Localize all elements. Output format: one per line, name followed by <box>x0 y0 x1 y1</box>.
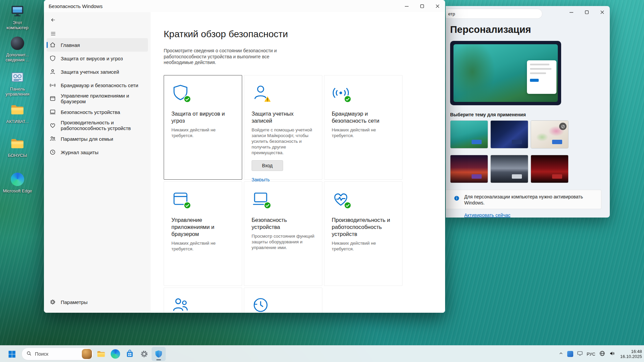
close-button[interactable] <box>430 0 445 12</box>
sidebar-item-virus-protection[interactable]: Защита от вирусов и угроз <box>47 52 148 65</box>
theme-thumbnail-6[interactable] <box>531 155 569 183</box>
history-icon <box>49 149 56 156</box>
desktop-icon-label: БОНУСЫ <box>8 153 27 158</box>
settings-search-input[interactable]: етр <box>446 9 542 19</box>
tray-date: 16.10.2025 <box>620 354 642 359</box>
theme-thumbnail-2[interactable] <box>490 120 528 148</box>
card-app-browser-control[interactable]: Управление приложениями и браузером Ника… <box>164 181 242 286</box>
card-virus-threat-protection[interactable]: Защита от вирусов и угроз Никаких действ… <box>164 75 242 180</box>
clock[interactable]: 16:48 16.10.2025 <box>620 349 642 359</box>
security-window-controls <box>399 0 445 12</box>
sidebar-item-settings[interactable]: Параметры <box>47 295 148 309</box>
activate-now-link[interactable]: Активировать сейчас <box>464 213 511 218</box>
theme-thumbnail-1[interactable] <box>450 120 488 148</box>
settings-window-controls <box>564 6 610 18</box>
sign-in-button[interactable]: Вход <box>252 160 283 171</box>
desktop: Этот компьютер Дополнит... сведения ... … <box>0 0 644 362</box>
card-device-security[interactable]: Безопасность устройства Просмотр состоян… <box>244 181 322 286</box>
person-icon <box>49 68 56 75</box>
activation-info-text: Для персонализации компьютера нужно акти… <box>464 194 592 206</box>
close-button[interactable] <box>594 6 610 18</box>
card-description: Просмотр состояния функций защиты оборуд… <box>252 233 315 250</box>
sidebar-item-firewall[interactable]: Брандмауэр и безопасность сети <box>47 78 148 92</box>
volume-icon[interactable] <box>609 350 615 358</box>
network-icon[interactable] <box>599 350 605 358</box>
card-description: Никаких действий не требуется. <box>332 127 395 138</box>
card-firewall-network[interactable]: Брандмауэр и безопасность сети Никаких д… <box>324 75 402 180</box>
titlebar[interactable]: Безопасность Windows <box>44 0 445 12</box>
maximize-button[interactable] <box>414 0 430 12</box>
person-icon <box>252 83 270 102</box>
page-subtitle: Просмотрите сведения о состоянии безопас… <box>164 48 295 66</box>
system-tray: РУС 16:48 16.10.2025 <box>558 346 642 362</box>
theme-thumbnail-4[interactable] <box>450 155 488 183</box>
tray-app-icon-2[interactable] <box>577 350 583 358</box>
folder-icon <box>10 102 25 118</box>
control-panel-icon <box>10 70 25 85</box>
taskbar-search[interactable]: Поиск <box>21 348 94 360</box>
wireless-icon <box>332 83 350 102</box>
sidebar-item-account-protection[interactable]: Защита учетных записей <box>47 65 148 78</box>
back-button[interactable] <box>47 15 59 25</box>
desktop-icon-bonus-folder[interactable]: БОНУСЫ <box>2 136 33 158</box>
sidebar-item-family-options[interactable]: Параметры для семьи <box>47 132 148 145</box>
health-icon <box>332 190 350 208</box>
history-icon <box>252 296 270 313</box>
card-title: Безопасность устройства <box>252 217 315 231</box>
info-disc-icon <box>10 36 25 51</box>
tray-overflow-chevron[interactable] <box>558 351 564 357</box>
card-description: Войдите с помощью учетной записи Майкрос… <box>252 127 315 156</box>
settings-window: етр Персонализация Выберите тему для при… <box>446 6 610 218</box>
info-icon <box>454 195 460 202</box>
taskbar: Поиск РУС 16:48 16.10.2025 <box>0 345 644 362</box>
taskbar-edge-button[interactable] <box>108 347 122 361</box>
page-title: Персонализация <box>450 24 531 35</box>
sidebar-item-device-health[interactable]: Производительность и работоспособность у… <box>47 119 148 132</box>
desktop-icon-label: Microsoft Edge <box>3 188 32 193</box>
taskbar-store-button[interactable] <box>123 347 137 361</box>
taskbar-explorer-button[interactable] <box>94 347 108 361</box>
theme-preview <box>450 41 561 105</box>
desktop-icon-control-panel[interactable]: Панель управления <box>2 70 33 97</box>
sidebar-item-protection-history[interactable]: Журнал защиты <box>47 145 148 159</box>
desktop-icon-this-pc[interactable]: Этот компьютер <box>2 3 33 30</box>
card-account-protection[interactable]: Защита учетных записей Войдите с помощью… <box>244 75 322 180</box>
menu-toggle-button[interactable] <box>47 28 59 39</box>
tray-time: 16:48 <box>631 349 642 354</box>
minimize-button[interactable] <box>399 0 414 12</box>
sidebar-item-app-browser[interactable]: Управление приложениями и браузером <box>47 92 148 105</box>
start-button[interactable] <box>5 347 19 361</box>
card-description: Никаких действий не требуется. <box>171 127 234 138</box>
tray-app-icon-1[interactable] <box>567 351 573 357</box>
page-title: Краткий обзор безопасности <box>164 29 288 40</box>
search-highlight-image <box>82 349 92 359</box>
minimize-button[interactable] <box>564 6 579 18</box>
sidebar-item-home[interactable]: Главная <box>47 38 148 52</box>
status-ok-icon <box>344 201 352 209</box>
sidebar-item-device-security[interactable]: Безопасность устройства <box>47 105 148 119</box>
theme-thumbnail-5[interactable] <box>490 155 528 183</box>
security-main-area: Краткий обзор безопасности Просмотрите с… <box>151 12 445 313</box>
language-indicator[interactable]: РУС <box>587 352 595 357</box>
card-family-options[interactable] <box>164 288 242 313</box>
card-protection-history[interactable] <box>244 288 322 313</box>
desktop-icon-label: Дополнит... сведения ... <box>2 52 33 62</box>
themes-section-label: Выберите тему для применения <box>450 112 526 117</box>
card-title: Брандмауэр и безопасность сети <box>332 110 395 124</box>
taskbar-settings-button[interactable] <box>137 347 151 361</box>
desktop-icon-additional-info[interactable]: Дополнит... сведения ... <box>2 36 33 62</box>
maximize-button[interactable] <box>579 6 594 18</box>
card-description: Никаких действий не требуется. <box>332 240 395 252</box>
apps-icon <box>171 190 190 208</box>
search-label: Поиск <box>35 351 82 357</box>
desktop-icon-edge[interactable]: Microsoft Edge <box>2 172 33 193</box>
shield-icon <box>49 55 56 62</box>
activation-info-banner: Для персонализации компьютера нужно акти… <box>446 190 601 209</box>
taskbar-windows-security-button[interactable] <box>152 347 166 361</box>
desktop-icon-label: Панель управления <box>2 86 33 97</box>
card-title: Производительность и работоспособность у… <box>332 217 395 238</box>
apps-icon <box>49 95 56 102</box>
card-device-health[interactable]: Производительность и работоспособность у… <box>324 181 402 286</box>
desktop-icon-aktivat-folder[interactable]: АКТИВАТ... <box>2 102 33 124</box>
theme-thumbnail-3[interactable] <box>531 120 569 148</box>
